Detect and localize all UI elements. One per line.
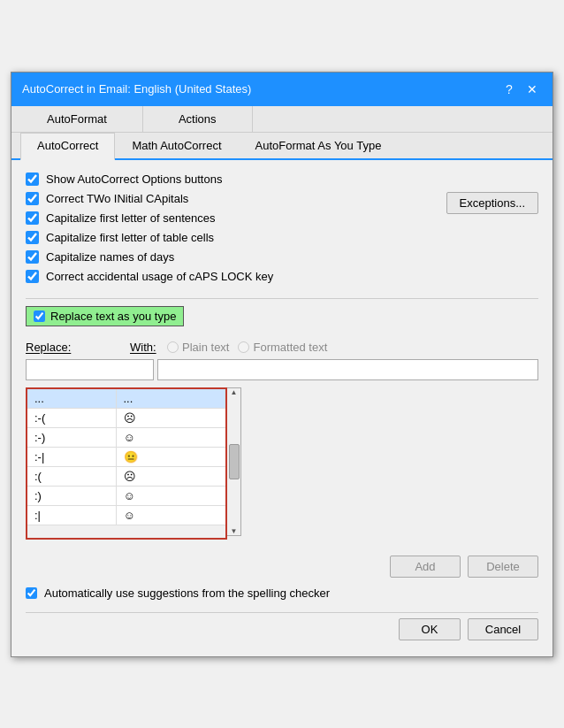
title-bar-buttons: ? ✕ [499,80,542,99]
checkbox-cap-sentences: Capitalize first letter of sentences [26,211,438,225]
show-options-checkbox[interactable] [26,172,39,186]
cap-sentences-label: Capitalize first letter of sentences [46,211,215,225]
replace-cell: :-| [27,447,116,466]
plain-text-radio-label: Plain text [167,341,229,354]
correct-caps-checkbox[interactable] [26,270,39,283]
checkbox-correct-two: Correct TWo INitial CApitals [26,192,438,205]
formatted-text-radio-label: Formatted text [238,341,327,354]
cap-days-label: Capitalize names of days [46,250,174,264]
table-area: ......:-(☹:-)☺:-|😐:(☹:)☺:|☺ ▲ ▼ [26,387,538,548]
with-cell: ☹ [116,408,225,427]
formatted-text-radio[interactable] [238,341,249,353]
scroll-thumb[interactable] [229,444,240,479]
scroll-up-arrow[interactable]: ▲ [231,388,238,396]
ok-button[interactable]: OK [399,618,461,640]
table-row[interactable]: :|☺ [27,505,225,525]
replace-cell: :| [27,505,116,525]
correct-caps-label: Correct accidental usage of cAPS LOCK ke… [46,270,273,283]
scrollbar[interactable]: ▲ ▼ [227,387,241,536]
cap-sentences-checkbox[interactable] [26,211,39,225]
table-row[interactable]: :-(☹ [27,408,225,427]
replace-cell: :( [27,466,116,486]
cancel-button[interactable]: Cancel [468,618,538,640]
title-bar: AutoCorrect in Email: English (United St… [11,73,553,106]
action-row: Add Delete [26,556,538,578]
with-cell: 😐 [116,447,225,466]
with-cell: ☺ [116,427,225,447]
table-scroll[interactable]: ......:-(☹:-)☺:-|😐:(☹:)☺:|☺ [27,389,225,538]
ok-cancel-row: OK Cancel [26,612,538,644]
replace-header-label: Replace text as you type [50,310,176,323]
exceptions-button[interactable]: Exceptions... [446,192,538,214]
with-label: With: [130,341,156,354]
dialog-title: AutoCorrect in Email: English (United St… [22,82,251,96]
checkbox-show-options: Show AutoCorrect Options buttons [26,172,538,186]
dialog: AutoCorrect in Email: English (United St… [11,72,553,657]
exceptions-container: Exceptions... [446,192,538,214]
show-options-label: Show AutoCorrect Options buttons [46,172,222,186]
with-cell: ☹ [116,466,225,486]
correct-two-checkbox[interactable] [26,192,39,205]
tab-autoformat[interactable]: AutoFormat [11,106,143,132]
tab-actions[interactable]: Actions [143,106,253,132]
table-row[interactable]: :(☹ [27,466,225,486]
checkbox-cap-table: Capitalize first letter of table cells [26,231,438,244]
replace-cell: :) [27,486,116,505]
scroll-down-arrow[interactable]: ▼ [231,527,238,535]
outer-tabs: AutoFormat Actions [11,106,553,133]
replace-header: Replace text as you type [26,306,184,326]
table-row[interactable]: :-|😐 [27,447,225,466]
auto-suggest-label: Automatically use suggestions from the s… [44,586,330,600]
tab-autoformat-as-you-type[interactable]: AutoFormat As You Type [239,133,399,158]
delete-button[interactable]: Delete [468,556,538,578]
autocorrect-table: ......:-(☹:-)☺:-|😐:(☹:)☺:|☺ [27,389,225,525]
table-row[interactable]: :-)☺ [27,427,225,447]
plain-text-radio[interactable] [167,341,179,353]
replace-header-row: Replace text as you type [26,306,538,333]
replace-cell: :-) [27,427,116,447]
correct-two-label: Correct TWo INitial CApitals [46,192,188,205]
replace-cell: ... [27,389,116,409]
cap-table-label: Capitalize first letter of table cells [46,231,214,244]
checkbox-cap-days: Capitalize names of days [26,250,438,264]
replace-text-checkbox[interactable] [34,310,45,322]
table-row[interactable]: ...... [27,389,225,409]
tab-math-autocorrect[interactable]: Math AutoCorrect [115,133,238,158]
help-button[interactable]: ? [499,80,519,99]
checkboxes-group: Correct TWo INitial CApitals Capitalize … [26,192,438,289]
with-cell: ☺ [116,486,225,505]
table-row[interactable]: :)☺ [27,486,225,505]
input-row [26,359,538,380]
with-row: Replace: With: Plain text Formatted text [26,341,538,354]
content-area: Show AutoCorrect Options buttons Correct… [11,160,553,656]
checkbox-correct-caps: Correct accidental usage of cAPS LOCK ke… [26,270,438,283]
cap-days-checkbox[interactable] [26,250,39,264]
separator-1 [26,298,538,299]
replace-cell: :-( [27,408,116,427]
radio-group: Plain text Formatted text [167,341,327,354]
with-cell: ... [116,389,225,409]
cap-table-checkbox[interactable] [26,231,39,244]
auto-suggest-row: Automatically use suggestions from the s… [26,586,538,600]
add-button[interactable]: Add [390,556,461,578]
inner-tabs: AutoCorrect Math AutoCorrect AutoFormat … [11,133,553,160]
formatted-text-label: Formatted text [253,341,327,354]
replace-label: Replace: [26,341,79,354]
with-input[interactable] [157,359,538,380]
tab-autocorrect[interactable]: AutoCorrect [20,133,115,160]
replace-table-container: ......:-(☹:-)☺:-|😐:(☹:)☺:|☺ [26,387,227,540]
replace-input[interactable] [26,359,154,380]
close-button[interactable]: ✕ [522,80,542,99]
plain-text-label: Plain text [182,341,229,354]
auto-suggest-checkbox[interactable] [26,587,37,599]
with-cell: ☺ [116,505,225,525]
